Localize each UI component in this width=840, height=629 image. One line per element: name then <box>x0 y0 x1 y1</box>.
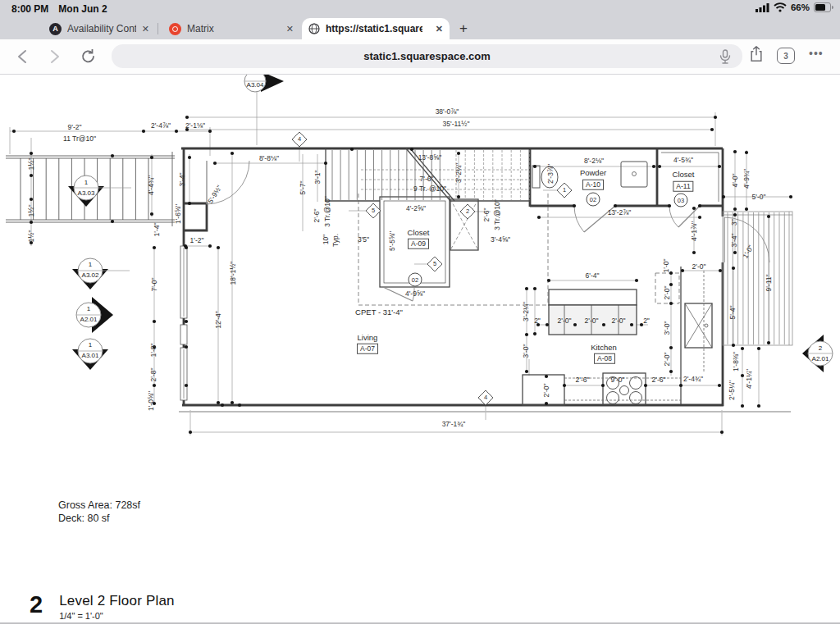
dimension-label: 4'-9⅝" <box>405 290 425 298</box>
marker-label: 1 <box>87 306 90 312</box>
address-bar[interactable]: static1.squarespace.com <box>112 44 742 68</box>
dimension-label: 02 <box>409 273 422 287</box>
dimension-label: 3'-2¼" <box>523 302 530 321</box>
battery-percent: 66% <box>791 2 810 12</box>
marker-label: 1 <box>89 342 92 349</box>
dimension-label: 8'-8⅛" <box>259 155 279 162</box>
dimension-label: 9'-11" <box>765 274 773 291</box>
dimension-label: 4'-1¼" <box>746 369 753 389</box>
dimension-label: 35'-11½" <box>443 121 470 128</box>
dimension-label: 2'-0" <box>543 384 550 398</box>
tab-title: Availability Content — / <box>67 23 136 34</box>
battery-icon <box>814 2 833 12</box>
availability-favicon: A <box>49 23 62 35</box>
room-label: CPET - 31'-4" <box>355 308 403 317</box>
dimension-label: 2 <box>466 208 469 215</box>
dimension-label: 9 Tr. @10" <box>413 185 446 193</box>
clock: 8:00 PM <box>11 3 48 15</box>
tab-squarespace-active[interactable]: https://static1.squares ✕ <box>302 18 450 39</box>
dimension-label: 1'-4" <box>153 223 161 237</box>
dimension-label: 1'-0" <box>742 244 755 260</box>
dimension-label: 2'-6" <box>576 376 590 384</box>
drawing-number: 2 <box>30 593 43 621</box>
tab-bar: A Availability Content — / ✕ Matrix ✕ ht… <box>0 18 840 39</box>
dimension-label: 02 <box>587 193 600 207</box>
dimension-label: 1'-0" <box>663 259 670 273</box>
dimension-label: 4 <box>484 394 487 401</box>
share-icon[interactable] <box>748 46 765 62</box>
browser-toolbar: static1.squarespace.com 3 ••• <box>0 39 840 75</box>
deck-area-note: Deck: 80 sf <box>58 513 140 526</box>
dimension-label: 4'-5¾" <box>673 157 693 164</box>
dimension-label: 4'-0" <box>732 174 739 188</box>
dimension-label: 4'-1⅞" <box>691 221 698 241</box>
marker-label: A3.01 <box>82 353 99 359</box>
dimension-label: 2'-0" <box>558 317 572 325</box>
dimension-label: 18'-1½" <box>230 262 237 285</box>
dimension-label: 1'-2" <box>190 237 204 244</box>
dimension-label: A-09 <box>408 239 429 249</box>
dimension-label: 4 <box>298 136 301 143</box>
drawing-title: Level 2 Floor Plan <box>59 593 175 609</box>
dimension-label: 3'-2¼" <box>455 163 463 183</box>
dimension-label: 10" <box>322 235 330 244</box>
microphone-icon[interactable] <box>719 49 731 64</box>
close-tab-icon[interactable]: ✕ <box>436 24 443 34</box>
dimension-label: 3'-4" <box>179 173 186 187</box>
marker-label: 2 <box>819 345 822 352</box>
dimension-label: 2'-0" <box>612 317 626 325</box>
status-bar: 8:00 PM Mon Jun 2 66% <box>0 0 840 18</box>
room-label: Kitchen <box>591 344 617 352</box>
dimension-label: 4'-4¾" <box>148 175 155 195</box>
dimension-label: A-07 <box>357 344 378 354</box>
room-label: Closet <box>673 171 695 179</box>
tab-overview-button[interactable]: 3 <box>777 48 795 64</box>
dimension-label: 3'5" <box>358 236 369 244</box>
sheet-title-block: 2 Level 2 Floor Plan 1/4" = 1'-0" <box>30 593 175 621</box>
dimension-label: 5'-4" <box>729 306 737 320</box>
url-text: static1.squarespace.com <box>112 50 742 62</box>
tab-title: Matrix <box>187 23 214 34</box>
reload-button[interactable] <box>80 48 97 65</box>
new-tab-button[interactable]: + <box>459 18 468 39</box>
plan-labels: 9'-2"11 Tr@10"2'-4⅞"2'-1⅛"1½"1½"1½"4'-4¾… <box>0 0 840 629</box>
forward-button[interactable] <box>46 48 62 65</box>
dimension-label: 3" <box>731 219 738 226</box>
dimension-label: 3'-4" <box>731 234 738 248</box>
dimension-label: 2'-4¾" <box>683 376 703 383</box>
dimension-label: 3'-0" <box>664 321 671 335</box>
dimension-label: 9'-0" <box>611 376 625 384</box>
dimension-label: 1½" <box>28 158 35 171</box>
dimension-label: 2'-0" <box>585 317 599 325</box>
dimension-label: 2" <box>643 317 650 325</box>
room-label: Living <box>358 334 378 342</box>
more-menu-button[interactable]: ••• <box>809 47 824 60</box>
date: Mon Jun 2 <box>58 3 107 15</box>
close-tab-icon[interactable]: ✕ <box>286 24 294 34</box>
dimension-label: 2'-6" <box>313 209 321 223</box>
marker-label: A2.01 <box>80 317 98 323</box>
close-tab-icon[interactable]: ✕ <box>142 24 149 34</box>
area-notes: Gross Area: 728sf Deck: 80 sf <box>58 499 140 525</box>
dimension-label: 1 <box>563 187 566 194</box>
tab-matrix[interactable]: Matrix ✕ <box>162 18 300 39</box>
dimension-label: 3 Tr.@10" <box>324 196 331 227</box>
dimension-label: 5 <box>372 207 375 214</box>
dimension-label: 2'-5¼" <box>728 381 736 400</box>
wifi-icon <box>774 2 787 12</box>
dimension-label: 2'-0" <box>664 353 671 367</box>
marker-label: A3.04 <box>247 82 264 89</box>
dimension-label: 4'-2⅝" <box>406 205 426 212</box>
dimension-label: 1½" <box>28 230 35 243</box>
dimension-label: 1'-0⅝" <box>148 391 155 411</box>
dimension-label: 2'-1⅛" <box>185 122 205 130</box>
dimension-label: 9'-2" <box>68 124 82 131</box>
back-button[interactable] <box>15 48 31 65</box>
dimension-label: 11 Tr@10" <box>63 135 96 143</box>
tab-availability-content[interactable]: A Availability Content — / ✕ <box>43 18 156 39</box>
dimension-label: 37'-1¾" <box>442 421 466 428</box>
cellular-signal-icon <box>756 2 769 12</box>
dimension-label: 5 <box>433 261 436 267</box>
room-label: Powder <box>580 169 606 177</box>
dimension-label: 3 Tr.@10" <box>494 199 501 230</box>
